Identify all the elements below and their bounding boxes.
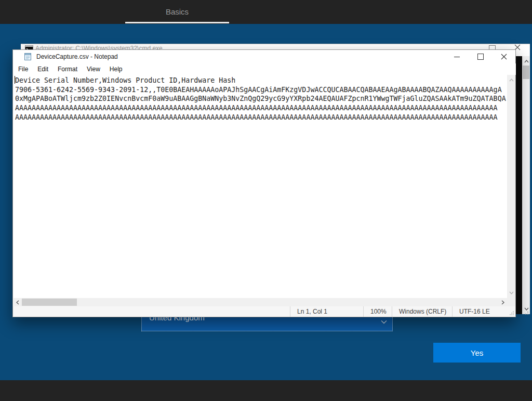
notepad-status-bar: Ln 1, Col 1 100% Windows (CRLF) UTF-16 L… bbox=[13, 306, 515, 317]
csv-data-line: 7906-5361-6242-5569-9343-2091-12,,T0E0BA… bbox=[15, 85, 507, 95]
notepad-close-button[interactable] bbox=[492, 50, 515, 63]
scroll-down-icon[interactable] bbox=[507, 289, 515, 297]
oobe-bottom-bar bbox=[0, 380, 532, 401]
notepad-menubar: File Edit Format View Help bbox=[13, 63, 516, 75]
status-line-ending: Windows (CRLF) bbox=[392, 306, 452, 317]
oobe-top-bar: Basics bbox=[0, 0, 532, 24]
chevron-down-icon bbox=[381, 320, 387, 324]
scroll-right-icon[interactable] bbox=[499, 298, 507, 306]
cmd-resize-grip[interactable] bbox=[523, 311, 529, 316]
notepad-text-area[interactable]: Device Serial Number,Windows Product ID,… bbox=[14, 75, 507, 295]
tab-basics-label: Basics bbox=[166, 7, 189, 16]
menu-help[interactable]: Help bbox=[105, 63, 127, 75]
window-resize-grip[interactable] bbox=[509, 311, 514, 316]
menu-view[interactable]: View bbox=[82, 63, 105, 75]
cmd-scrollbar-thumb[interactable] bbox=[523, 66, 529, 79]
scroll-up-icon[interactable] bbox=[507, 76, 515, 84]
scrollbar-corner bbox=[507, 298, 515, 306]
status-cursor-position: Ln 1, Col 1 bbox=[290, 306, 363, 317]
notepad-minimize-button[interactable] bbox=[445, 50, 469, 63]
notepad-window-title: DeviceCapture.csv - Notepad bbox=[36, 53, 118, 60]
yes-button[interactable]: Yes bbox=[433, 343, 521, 363]
menu-file[interactable]: File bbox=[14, 63, 33, 75]
notepad-vertical-scrollbar[interactable] bbox=[507, 75, 515, 298]
menu-edit[interactable]: Edit bbox=[33, 63, 53, 75]
maximize-icon bbox=[477, 54, 484, 60]
menu-format[interactable]: Format bbox=[53, 63, 82, 75]
status-spacer bbox=[13, 306, 290, 317]
minimize-icon bbox=[454, 54, 460, 60]
notepad-window: DeviceCapture.csv - Notepad File Edit Fo… bbox=[12, 49, 516, 317]
csv-data-line: AAAAAAAAAAAAAAAAAAAAAAAAAAAAAAAAAAAAAAAA… bbox=[15, 104, 507, 113]
close-icon bbox=[501, 54, 507, 60]
oobe-screen: Administrator: C:\Windows\system32\cmd.e… bbox=[0, 0, 532, 401]
tab-basics: Basics bbox=[125, 0, 229, 24]
notepad-maximize-button[interactable] bbox=[469, 50, 492, 63]
hscrollbar-thumb[interactable] bbox=[22, 299, 77, 306]
notepad-app-icon bbox=[24, 52, 32, 61]
status-encoding: UTF-16 LE bbox=[452, 306, 515, 317]
cmd-scroll-up-icon[interactable] bbox=[522, 57, 530, 66]
csv-header-line: Device Serial Number,Windows Product ID,… bbox=[15, 76, 507, 85]
tab-active-indicator bbox=[125, 22, 229, 23]
csv-data-line: 0xMgAPABoATWljcm9zb2Z0IENvcnBvcmF0aW9uAB… bbox=[15, 94, 507, 104]
text-caret bbox=[15, 76, 15, 84]
status-zoom-level: 100% bbox=[363, 306, 392, 317]
notepad-titlebar[interactable]: DeviceCapture.csv - Notepad bbox=[13, 50, 515, 63]
scroll-left-icon[interactable] bbox=[14, 298, 22, 306]
notepad-horizontal-scrollbar[interactable] bbox=[14, 298, 507, 306]
cmd-vertical-scrollbar[interactable] bbox=[522, 56, 530, 314]
csv-data-line: AAAAAAAAAAAAAAAAAAAAAAAAAAAAAAAAAAAAAAAA… bbox=[15, 113, 507, 122]
